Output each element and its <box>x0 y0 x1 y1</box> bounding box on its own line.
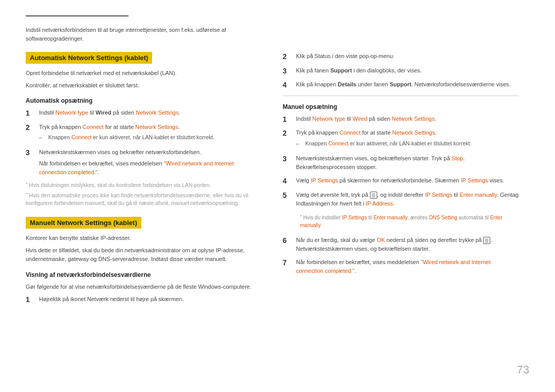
link-network-type-r1: Network type <box>312 116 345 122</box>
manuel-right-steps: 1 Indstil Network type til Wired på side… <box>283 115 519 276</box>
wired-label: Wired <box>96 109 111 116</box>
link-ip-settings-note: IP Settings <box>342 215 367 220</box>
intro-text: Indstil netværksforbindelsen til at brug… <box>26 26 262 43</box>
note-dns-setting: ˜ Hvis du indstiller IP Settings til Ent… <box>296 211 519 232</box>
top-line <box>26 15 128 16</box>
subsection-visning: Visning af netværksforbindelsesværdierne <box>26 271 262 278</box>
subsection-auto: Automatisk opsætning <box>26 97 262 104</box>
bold-support-2: Support <box>390 81 411 87</box>
right-step-3: 3 Klik på fanen Support i den dialogboks… <box>283 66 519 77</box>
right-step-4: 4 Klik på knappen Details under fanen Su… <box>283 80 519 90</box>
section-auto: Automatisk Network Settings (kablet) Opr… <box>26 52 262 208</box>
menu-icon-2: ☰ <box>483 237 490 244</box>
link-connect-note-r: Connect <box>328 140 348 146</box>
link-network-type-1: Network type <box>55 109 88 116</box>
quote-wired-complete: "Wired network and Internet connection c… <box>296 259 491 274</box>
subsection-manuel-opsat: Manuel opsætning <box>283 103 519 110</box>
link-ip-address: IP Address <box>366 200 393 207</box>
link-network-settings-r1: Network Settings <box>392 116 435 122</box>
link-ip-settings-r4b: IP Settings <box>461 177 488 183</box>
section-manuel-body2: Hvis dette er tilfældet, skal du bede di… <box>26 246 262 264</box>
right-step-2: 2 Klik på Status i den viste pop-op-menu… <box>283 52 519 62</box>
bold-details: Details <box>338 81 356 87</box>
manuel-right-step-7: 7 Når forbindelsen er bekræftet, vises m… <box>283 258 519 276</box>
subsection-visning-body: Gør følgende for at vise netværksforbind… <box>26 283 262 292</box>
manuel-step-1: 1 Højreklik på ikonet Netværk nederst ti… <box>26 295 262 305</box>
link-ip-settings-r4: IP Settings <box>311 177 338 183</box>
manuel-right-step-5: 5 Vælg det øverste felt, tryk på ☰, og i… <box>283 191 519 232</box>
section-auto-heading: Automatisk Network Settings (kablet) <box>26 52 152 64</box>
note-fail-2: ˜ Hvis den automatiske proces ikke kan f… <box>26 192 262 208</box>
manuel-right-step-2: 2 Tryk på knappen Connect for at starte … <box>283 128 519 150</box>
manuel-right-step-3: 3 Netværkstestskærmen vises, og bekræfte… <box>283 154 519 172</box>
section-manuel-kablet: Manuelt Network Settings (kablet) Kontor… <box>26 217 262 305</box>
section-manuel-heading: Manuelt Network Settings (kablet) <box>26 217 141 229</box>
note-connect-1: – Knappen Connect er kun aktiveret, når … <box>39 134 262 142</box>
link-network-settings-1: Network Settings <box>136 109 178 116</box>
link-enter-manually-r5: Enter manually <box>459 192 497 198</box>
link-network-settings-r2: Network Settings <box>392 129 435 136</box>
auto-step-3: 3 Netværkstestskærmen vises og bekræfter… <box>26 148 262 177</box>
manuel-right-step-6: 6 Når du er færdig, skal du vælge OK ned… <box>283 236 519 254</box>
link-wired-r1: Wired <box>353 116 367 122</box>
section-auto-body1: Opret forbindelse til netværket med et n… <box>26 69 262 78</box>
link-stop: Stop <box>452 155 464 161</box>
right-column: 2 Klik på Status i den viste pop-op-menu… <box>283 52 519 314</box>
note-fail-1: ˜ Hvis tilslutningen mislykkes, skal du … <box>26 181 262 190</box>
link-connect-1: Connect <box>83 124 104 130</box>
link-dns-setting-note: DNS Setting <box>429 215 457 220</box>
auto-step-2: 2 Tryk på knappen Connect for at starte … <box>26 123 262 144</box>
link-enter-manually-note: Enter manually <box>374 215 408 220</box>
note-wired-complete-1: Når forbindelsen er bekræftet, vises med… <box>39 159 262 177</box>
section-manuel-body1: Kontorer kan benytte statiske IP-adresse… <box>26 234 262 243</box>
manuel-right-step-4: 4 Vælg IP Settings på skærmen for netvær… <box>283 176 519 186</box>
manuel-steps-list: 1 Højreklik på ikonet Netværk nederst ti… <box>26 295 262 305</box>
section-auto-body2: Kontrollér, at netværkskablet er tilslut… <box>26 81 262 90</box>
link-ok: OK <box>377 237 385 243</box>
right-divider <box>283 96 519 96</box>
link-connect-note: Connect <box>71 134 91 140</box>
page-number: 73 <box>517 363 529 377</box>
auto-step-1: 1 Indstil Network type til Wired på side… <box>26 108 262 119</box>
link-connect-r2: Connect <box>340 129 361 136</box>
left-column: Automatisk Network Settings (kablet) Opr… <box>26 52 262 314</box>
right-top-steps: 2 Klik på Status i den viste pop-op-menu… <box>283 52 519 90</box>
link-network-settings-2: Network Settings <box>135 124 178 130</box>
bold-support-1: Support <box>330 67 352 73</box>
manuel-right-step-1: 1 Indstil Network type til Wired på side… <box>283 115 519 125</box>
link-ip-settings-r5: IP Settings <box>425 192 452 198</box>
auto-steps-list: 1 Indstil Network type til Wired på side… <box>26 108 262 177</box>
menu-icon-1: ☰ <box>370 192 377 199</box>
note-connect-r2: – Knappen Connect er kun aktiveret, når … <box>296 140 519 148</box>
